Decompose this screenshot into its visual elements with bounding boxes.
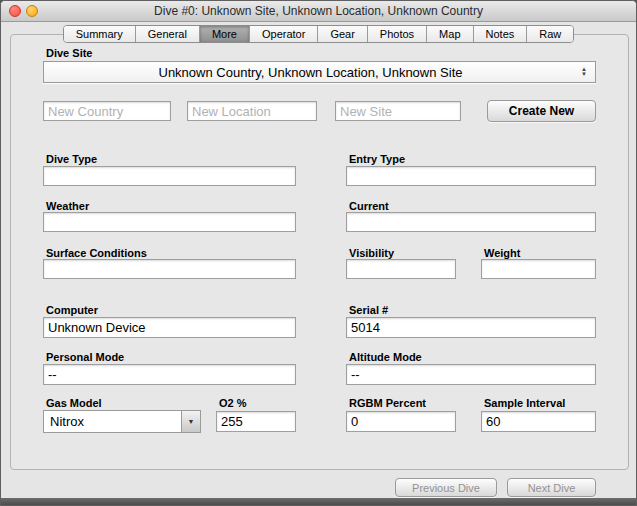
dive-site-selected-value: Unknown Country, Unknown Location, Unkno… (44, 65, 577, 80)
o2-input[interactable] (216, 411, 296, 432)
surface-conditions-input[interactable] (43, 259, 296, 279)
current-label: Current (349, 200, 389, 212)
computer-input[interactable] (43, 317, 296, 338)
dive-type-label: Dive Type (46, 153, 97, 165)
new-site-input[interactable] (335, 101, 461, 121)
rgbm-input[interactable] (346, 411, 456, 432)
tab-map[interactable]: Map (426, 26, 472, 42)
dive-editor-window: Dive #0: Unknown Site, Unknown Location,… (0, 0, 637, 506)
altitude-mode-label: Altitude Mode (349, 351, 422, 363)
new-country-input[interactable] (43, 101, 171, 121)
tab-summary[interactable]: Summary (64, 26, 135, 42)
serial-input[interactable] (346, 317, 596, 338)
personal-mode-input[interactable] (43, 364, 296, 385)
entry-type-input[interactable] (346, 166, 596, 186)
altitude-mode-input[interactable] (346, 364, 596, 385)
weather-label: Weather (46, 200, 89, 212)
tab-gear[interactable]: Gear (317, 26, 366, 42)
surface-conditions-label: Surface Conditions (46, 247, 147, 259)
dive-site-select[interactable]: Unknown Country, Unknown Location, Unkno… (43, 61, 596, 83)
new-location-input[interactable] (187, 101, 317, 121)
previous-dive-button[interactable]: Previous Dive (395, 478, 497, 497)
tab-photos[interactable]: Photos (367, 26, 426, 42)
updown-arrows-icon: ▲▼ (577, 67, 591, 77)
computer-label: Computer (46, 304, 98, 316)
visibility-label: Visibility (349, 247, 394, 259)
rgbm-label: RGBM Percent (349, 397, 426, 409)
sample-interval-input[interactable] (481, 411, 596, 432)
dive-site-label: Dive Site (46, 47, 92, 59)
o2-label: O2 % (219, 397, 247, 409)
entry-type-label: Entry Type (349, 153, 405, 165)
titlebar: Dive #0: Unknown Site, Unknown Location,… (1, 1, 636, 22)
dive-type-input[interactable] (43, 166, 296, 186)
current-input[interactable] (346, 212, 596, 232)
gas-model-label: Gas Model (46, 397, 102, 409)
dropdown-arrow-icon: ▼ (181, 411, 200, 432)
serial-label: Serial # (349, 304, 388, 316)
sample-interval-label: Sample Interval (484, 397, 565, 409)
visibility-input[interactable] (346, 259, 456, 279)
window-title: Dive #0: Unknown Site, Unknown Location,… (1, 4, 636, 18)
tab-general[interactable]: General (135, 26, 199, 42)
next-dive-button[interactable]: Next Dive (507, 478, 596, 497)
window-bottom-edge (1, 498, 636, 505)
tab-more[interactable]: More (199, 26, 249, 42)
tab-operator[interactable]: Operator (249, 26, 317, 42)
tab-notes[interactable]: Notes (473, 26, 527, 42)
weather-input[interactable] (43, 212, 296, 232)
gas-model-select[interactable]: Nitrox ▼ (43, 410, 201, 433)
weight-input[interactable] (481, 259, 596, 279)
tab-bar: Summary General More Operator Gear Photo… (1, 25, 636, 43)
weight-label: Weight (484, 247, 520, 259)
gas-model-value: Nitrox (44, 414, 181, 429)
create-new-button[interactable]: Create New (487, 100, 596, 122)
personal-mode-label: Personal Mode (46, 351, 124, 363)
tab-raw[interactable]: Raw (526, 26, 573, 42)
